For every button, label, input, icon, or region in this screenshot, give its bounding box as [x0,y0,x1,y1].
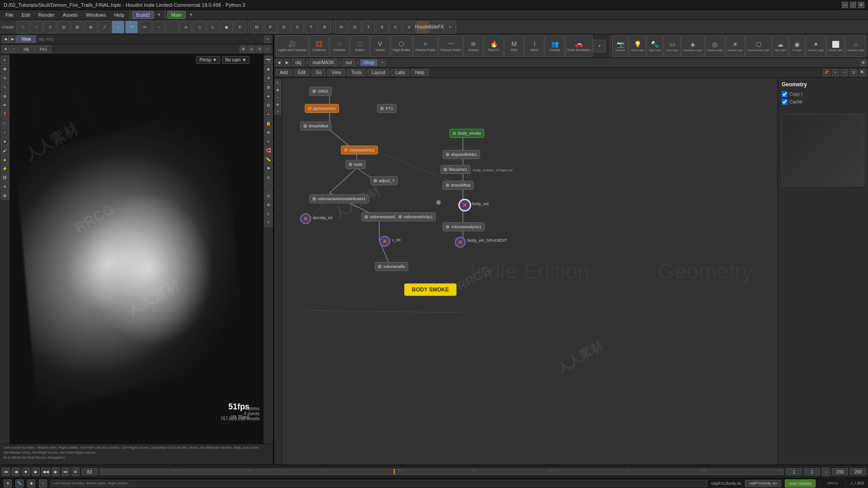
area-light-btn[interactable]: ▭ Area Light [664,35,680,57]
tool-platonic[interactable]: ◇ [193,21,206,33]
sky-light-btn[interactable]: ☁ Sky Light [772,35,788,57]
grid-toggle[interactable]: ⊟ [264,101,273,109]
scale-tool[interactable]: ⤡ [1,83,9,91]
ne-fwd[interactable]: ▶ [284,60,290,66]
caustic-light-btn[interactable]: ✦ Caustic Light [806,35,826,57]
rotate-tool[interactable]: ↻ [1,74,9,82]
tool-sphere[interactable]: ○ [30,21,43,33]
tool-texture[interactable]: T [305,21,317,33]
ne-add[interactable]: Add [276,69,292,76]
crowds-btn[interactable]: 👥 Crowds [545,35,565,57]
select-tool[interactable]: ↖ [1,56,9,64]
path-fx1[interactable]: FX1 [46,37,54,42]
tool-line[interactable]: ╱ [98,21,111,33]
tool-sidefx[interactable]: SideFX [430,21,443,33]
node-timeshifts6[interactable]: timeshifts6 [443,181,474,190]
ne-layout-btn[interactable]: ⊞ [860,60,866,66]
dist-light-btn[interactable]: ☀ Distant Light [726,35,745,57]
tool-cloudfx[interactable]: C [389,21,402,33]
ne-labs[interactable]: Labs [391,69,409,76]
menu-edit[interactable]: Edit [18,11,34,19]
viewport-options[interactable]: + [264,36,271,43]
visc-fluids-btn[interactable]: 〰 Viscous Fluids [438,35,463,57]
fullscreen-btn[interactable]: □ [264,46,271,53]
view-ctrl-2[interactable]: ↔ [10,46,17,53]
ne-tool-4[interactable]: ⊕ [275,101,281,108]
ne-out[interactable]: out [342,59,355,66]
view-back-btn[interactable]: ◀ [2,36,9,43]
add-toolbar-btn[interactable]: + [593,40,606,52]
tool-metaball[interactable]: ◉ [220,21,233,33]
particles-btn[interactable]: ·:· Particles [330,35,349,57]
node-volrast1[interactable]: volumerasterizeattributes1 [309,194,369,203]
tl-start[interactable]: ⏮ [2,468,10,476]
menu-file[interactable]: File [2,11,17,19]
tool-curve[interactable]: 〜 [125,21,138,33]
menu-assets[interactable]: Assets [59,11,81,19]
ne-search[interactable]: 🔍 [859,69,866,76]
orient-mode[interactable]: ⌖ [264,137,273,145]
ne-view[interactable]: View [327,69,345,76]
tool-path[interactable]: → [152,21,165,33]
frame-end-1[interactable] [832,468,848,475]
help-view[interactable]: ? [264,219,273,227]
tool-font[interactable]: A [179,21,192,33]
path-obj[interactable]: obj [39,37,44,42]
camera-btn[interactable]: 📷 Camera [612,35,628,57]
tool-lsystem[interactable]: L [207,21,219,33]
snaps[interactable]: 🧲 [264,146,273,155]
node-volanalysis1[interactable]: volumeanalysis1 [443,222,485,231]
node-density-int[interactable]: ✕ [300,213,311,224]
measure[interactable]: 📏 [264,155,273,164]
probe-tool[interactable]: 📍 [1,110,9,118]
tool-null[interactable]: ⊕ [85,21,97,33]
wrangle-tool[interactable]: ≋ [1,183,9,191]
oceans-btn[interactable]: ≋ Oceans [463,35,483,57]
spot-light-btn[interactable]: 🔦 Spot Light [646,35,663,57]
pose-tool[interactable]: ⚡ [1,164,9,173]
pane-ctrl[interactable]: ⊡ [256,46,263,53]
view-tool[interactable]: 👁 [1,101,9,109]
gi-light-btn[interactable]: ◉ GI Light [789,35,805,57]
ne-path-add[interactable]: + [379,60,386,66]
paint-tool[interactable]: 🖌 [1,146,9,155]
lock-view[interactable]: 🔒 [264,119,273,127]
env-light-btn[interactable]: ⬡ Environment Light [745,35,772,57]
status-icon3[interactable]: ◉ [27,479,35,488]
constraint-tool[interactable]: ⛓ [1,174,9,182]
volume-view[interactable]: ◎ [264,192,273,200]
ne-tools[interactable]: Tools [347,69,366,76]
window-controls[interactable]: — □ ✕ [842,2,864,8]
ne-obj[interactable]: obj [292,59,304,66]
tool-rigging[interactable]: R [318,21,331,33]
node-v-int[interactable]: ✕ [379,236,390,247]
fem-btn[interactable]: M FEM [504,35,524,57]
tool-grid[interactable]: ⊞ [71,21,84,33]
node-adjust-y[interactable]: adjust_Y [370,176,398,185]
tl-prev-frame[interactable]: ◀ [12,468,20,476]
snap-btn[interactable]: ⊞ [240,46,247,53]
tool-torus[interactable]: ◎ [57,21,70,33]
path-input-fx1[interactable]: FX1 [35,46,52,53]
brush-tool[interactable]: ● [1,137,9,145]
flag-view[interactable]: ⚑ [264,164,273,173]
tl-next-frame[interactable]: ▶ [52,468,60,476]
wire-mode[interactable]: ⊞ [264,83,273,91]
menu-windows[interactable]: Windows [82,11,110,19]
vol-light-btn[interactable]: ◎ Volume Light [705,35,725,57]
handle-tool[interactable]: ⊕ [1,92,9,100]
ne-tool-3[interactable]: ↔ [275,94,281,100]
view-forward-btn[interactable]: ▶ [9,36,16,43]
ne-pin[interactable]: 📌 [823,69,830,76]
ne-fit[interactable]: ⊡ [850,69,857,76]
tool-volume[interactable]: V [403,21,415,33]
display-mode[interactable]: ◈ [264,65,273,73]
grains-btn[interactable]: ::: Grains [350,35,370,57]
timeline-bar[interactable]: 0 24 48 72 83 96 120 144 168 192 [99,469,784,475]
persp-dropdown[interactable]: Persp ▼ [196,56,220,64]
ne-go[interactable]: Go [311,69,326,76]
bg-toggle[interactable]: ▪ [264,110,273,118]
status-path-display[interactable]: obj/FX1/body_du [745,480,781,487]
node-body-vel-grad[interactable]: ✕ [455,237,466,248]
tool-houdini[interactable]: Houdini [416,21,429,33]
